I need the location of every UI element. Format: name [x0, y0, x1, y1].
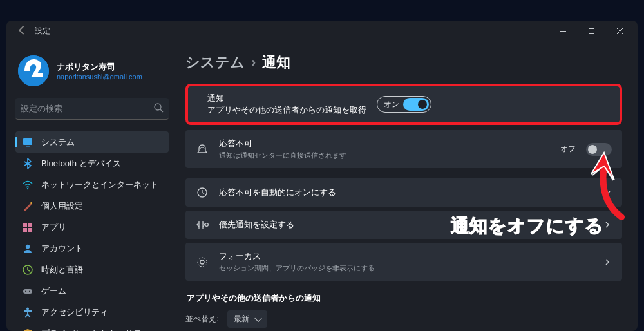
clock-icon — [196, 186, 209, 199]
card-subtitle: アプリやその他の送信者からの通知を取得 — [207, 104, 366, 116]
annotation-text: 通知をオフにする — [451, 214, 604, 238]
search-icon — [153, 102, 164, 115]
main-panel: システム › 通知 通知 アプリやその他の送信者からの通知を取得 オン — [174, 41, 638, 331]
toggle-state-label: オフ — [560, 144, 576, 155]
sort-combo[interactable]: 最新 — [227, 310, 267, 328]
avatar — [18, 55, 49, 86]
svg-point-14 — [25, 290, 26, 292]
svg-rect-7 — [23, 223, 27, 227]
sidebar-item-apps[interactable]: アプリ — [15, 216, 169, 238]
sort-row: 並べ替え: 最新 — [185, 310, 622, 328]
bluetooth-icon — [22, 158, 33, 169]
svg-point-5 — [27, 187, 28, 189]
sidebar-item-label: Bluetooth とデバイス — [41, 158, 121, 169]
system-icon — [22, 137, 33, 148]
close-button[interactable] — [605, 21, 634, 41]
user-block[interactable]: ナポリタン寿司 naporitansushi@gmail.com — [15, 50, 169, 98]
annotation-arrow — [586, 149, 638, 220]
titlebar: 設定 — [6, 21, 638, 41]
nav-list: システムBluetooth とデバイスネットワークとインターネット個人用設定アプ… — [15, 131, 169, 331]
sidebar-item-accessibility[interactable]: アクセシビリティ — [15, 301, 169, 323]
time-language-icon — [22, 264, 33, 276]
svg-rect-0 — [589, 28, 594, 33]
breadcrumb-sep-icon: › — [251, 54, 256, 71]
search-input[interactable] — [21, 104, 153, 113]
sort-label: 並べ替え: — [185, 314, 218, 325]
back-icon[interactable] — [15, 24, 28, 39]
sidebar-item-label: アプリ — [41, 222, 66, 233]
svg-rect-9 — [23, 228, 27, 232]
sender-section-heading: アプリやその他の送信者からの通知 — [187, 292, 622, 304]
sidebar-item-system[interactable]: システム — [15, 131, 169, 153]
card-title: 応答不可 — [219, 138, 550, 149]
svg-rect-3 — [23, 138, 32, 145]
svg-point-16 — [26, 307, 29, 310]
sidebar-item-label: ゲーム — [41, 285, 66, 297]
svg-point-19 — [198, 258, 207, 267]
minimize-button[interactable] — [549, 21, 577, 41]
svg-point-15 — [29, 290, 30, 292]
notifications-card[interactable]: 通知 アプリやその他の送信者からの通知を取得 オン — [185, 84, 622, 125]
gaming-icon — [22, 285, 33, 297]
dnd-card[interactable]: 応答不可 通知は通知センターに直接送信されます オフ — [185, 130, 622, 168]
sidebar-item-label: システム — [41, 137, 75, 148]
account-icon — [22, 243, 33, 254]
notifications-toggle-pill[interactable]: オン — [377, 96, 431, 113]
card-subtitle: 通知は通知センターに直接送信されます — [219, 151, 550, 160]
breadcrumb-parent[interactable]: システム — [185, 53, 245, 72]
sidebar-item-account[interactable]: アカウント — [15, 238, 169, 259]
apps-icon — [22, 222, 33, 233]
sidebar-item-label: 個人用設定 — [41, 200, 83, 212]
card-subtitle: セッション期間、アプリのバッジを非表示にする — [219, 263, 592, 273]
sidebar-item-label: アカウント — [41, 243, 83, 254]
notifications-toggle[interactable] — [403, 98, 429, 111]
chevron-right-icon[interactable] — [603, 220, 612, 229]
sidebar-item-time-language[interactable]: 時刻と言語 — [15, 259, 169, 280]
card-title: 応答不可を自動的にオンにする — [219, 187, 592, 198]
svg-rect-13 — [23, 289, 32, 294]
sidebar-item-label: プライバシーとセキュリティ — [41, 328, 150, 332]
search-box[interactable] — [15, 98, 169, 120]
maximize-button[interactable] — [577, 21, 605, 41]
sidebar-item-gaming[interactable]: ゲーム — [15, 280, 169, 301]
sidebar-item-label: アクセシビリティ — [41, 307, 108, 318]
sort-value: 最新 — [234, 314, 249, 323]
sidebar-item-network[interactable]: ネットワークとインターネット — [15, 174, 169, 195]
focus-icon — [196, 256, 209, 269]
accessibility-icon — [22, 307, 33, 318]
sidebar-item-label: ネットワークとインターネット — [41, 179, 158, 191]
sidebar-item-personalization[interactable]: 個人用設定 — [15, 195, 169, 216]
chevron-right-icon[interactable] — [603, 258, 612, 267]
svg-rect-4 — [26, 146, 30, 147]
personalization-icon — [22, 200, 33, 212]
network-icon — [22, 179, 33, 191]
dnd-icon — [196, 143, 209, 156]
sidebar-item-bluetooth[interactable]: Bluetooth とデバイス — [15, 153, 169, 174]
user-email: naporitansushi@gmail.com — [57, 73, 142, 80]
card-title: 通知 — [207, 93, 366, 104]
svg-point-2 — [155, 104, 161, 110]
sidebar-item-label: 時刻と言語 — [41, 264, 83, 276]
svg-point-20 — [200, 260, 204, 264]
focus-card[interactable]: フォーカス セッション期間、アプリのバッジを非表示にする — [185, 243, 622, 281]
svg-point-18 — [205, 223, 209, 227]
card-title: フォーカス — [219, 251, 592, 262]
svg-point-11 — [26, 244, 30, 248]
breadcrumb: システム › 通知 — [185, 53, 622, 72]
priority-icon — [196, 218, 209, 231]
user-name: ナポリタン寿司 — [57, 61, 142, 73]
auto-dnd-card[interactable]: 応答不可を自動的にオンにする — [185, 178, 622, 207]
sidebar-item-privacy[interactable]: プライバシーとセキュリティ — [15, 323, 169, 331]
svg-rect-8 — [28, 223, 32, 227]
toggle-state-label: オン — [384, 99, 399, 110]
settings-window: 設定 ナポリタン寿司 naporitansushi@gmai — [6, 21, 638, 331]
app-title: 設定 — [28, 26, 50, 37]
sidebar: ナポリタン寿司 naporitansushi@gmail.com システムBlu… — [6, 41, 174, 331]
svg-rect-10 — [28, 228, 32, 232]
breadcrumb-current: 通知 — [262, 53, 290, 72]
privacy-icon — [22, 328, 33, 332]
